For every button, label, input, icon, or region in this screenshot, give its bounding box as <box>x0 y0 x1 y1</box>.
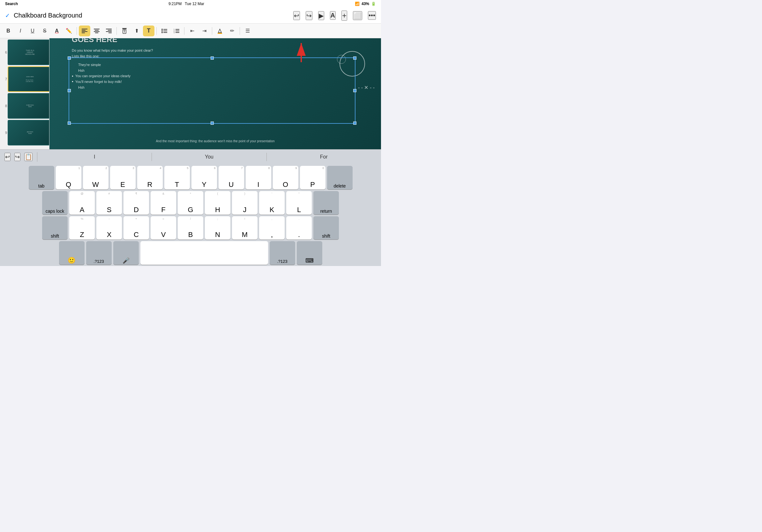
handle-ml[interactable] <box>68 89 71 92</box>
slide-8-thumb[interactable]: SOMETHINGHERE <box>8 93 49 119</box>
key-row-1: tab 1 Q 2 W 3 E 4 R 5 T 6 Y 7 U <box>1 166 380 189</box>
handle-tr[interactable] <box>353 56 356 60</box>
key-s[interactable]: # S <box>96 191 122 215</box>
slide-8-container: 8 SOMETHINGHERE <box>8 93 48 119</box>
redo-button[interactable]: ↪ <box>306 11 312 20</box>
align-right-button[interactable] <box>103 26 114 36</box>
add-button[interactable]: + <box>342 11 347 21</box>
align-left-button[interactable] <box>79 26 90 36</box>
more-button[interactable]: ••• <box>368 11 376 20</box>
key-row-3: shift % Z - X + C = V / B ; N ! M <box>1 216 380 240</box>
key-t[interactable]: 5 T <box>164 166 190 189</box>
microphone-key[interactable]: 🎤 <box>113 241 139 265</box>
fill-color-button[interactable] <box>214 26 226 36</box>
predict-word-you[interactable]: You <box>152 153 267 161</box>
text-box-button[interactable]: T <box>143 26 154 36</box>
key-l[interactable]: " L <box>286 191 312 215</box>
more-format-button[interactable]: ☰ <box>242 26 253 36</box>
text-color-button[interactable]: A <box>51 26 62 36</box>
svg-rect-0 <box>82 29 87 29</box>
status-bar-time: 9:21PM Tue 12 Mar <box>169 2 204 6</box>
key-p[interactable]: 0 P <box>300 166 326 189</box>
key-q[interactable]: 1 Q <box>56 166 81 189</box>
share-button[interactable]: ⬜ <box>353 11 362 20</box>
handle-bm[interactable] <box>211 121 214 125</box>
bold-button[interactable]: B <box>3 26 14 36</box>
slide-8-number: 8 <box>2 104 7 108</box>
align-center-button[interactable] <box>91 26 103 36</box>
numbered-list-button[interactable]: 1.2.3. <box>171 26 182 36</box>
key-v[interactable]: = V <box>151 216 176 240</box>
decrease-indent-button[interactable]: ⇤ <box>187 26 198 36</box>
align-top-button[interactable] <box>119 26 130 36</box>
caps-lock-key[interactable]: caps lock <box>42 191 68 215</box>
handle-br[interactable] <box>353 121 356 125</box>
battery-icon: 🔋 <box>371 2 376 6</box>
svg-text:3.: 3. <box>174 32 175 33</box>
slide-9-thumb[interactable]: ANOTHERSLIDE <box>8 120 49 146</box>
num-sym-right-key[interactable]: .?123 <box>269 241 295 265</box>
slide-6-number: 6 <box>2 50 7 54</box>
border-style-button[interactable]: ✏ <box>226 26 238 36</box>
key-j[interactable]: ) J <box>232 191 258 215</box>
key-z[interactable]: % Z <box>69 216 95 240</box>
svg-rect-8 <box>106 29 112 29</box>
play-button[interactable]: ▶ <box>318 11 324 20</box>
handle-tl[interactable] <box>68 56 71 60</box>
slide-6-thumb[interactable]: THIS IS AGREATHEADLINE <box>8 39 49 65</box>
predict-word-for[interactable]: For <box>267 153 381 161</box>
svg-rect-4 <box>94 29 100 29</box>
highlight-button[interactable]: ✏️ <box>63 26 75 36</box>
slide-canvas[interactable]: GOES HERE Do you know what helps you mak… <box>49 38 381 149</box>
predictive-undo-redo: ↩ ↪ 📋 <box>0 153 37 161</box>
svg-rect-12 <box>122 28 127 29</box>
num-sym-left-key[interactable]: .?123 <box>86 241 112 265</box>
key-x[interactable]: - X <box>96 216 122 240</box>
shift-left-key[interactable]: shift <box>42 216 68 240</box>
key-b[interactable]: / B <box>178 216 203 240</box>
key-y[interactable]: 6 Y <box>191 166 217 189</box>
undo-button[interactable]: ↩ <box>293 11 300 20</box>
key-r[interactable]: 4 R <box>137 166 163 189</box>
key-c[interactable]: + C <box>123 216 149 240</box>
return-key[interactable]: return <box>313 191 339 215</box>
shift-right-key[interactable]: shift <box>313 216 339 240</box>
keyboard-redo-button[interactable]: ↪ <box>14 153 21 161</box>
predict-word-i[interactable]: I <box>37 153 152 161</box>
key-g[interactable]: * G <box>178 191 203 215</box>
key-i[interactable]: 8 I <box>246 166 271 189</box>
key-comma[interactable]: , , <box>259 216 285 240</box>
handle-mr[interactable] <box>353 89 356 92</box>
key-o[interactable]: 9 O <box>273 166 298 189</box>
key-period[interactable]: . . <box>286 216 312 240</box>
delete-key[interactable]: delete <box>327 166 352 189</box>
key-e[interactable]: 3 E <box>110 166 136 189</box>
space-key[interactable] <box>140 241 268 265</box>
underline-button[interactable]: U <box>27 26 38 36</box>
key-f[interactable]: & F <box>151 191 176 215</box>
emoji-key[interactable]: 🙂 <box>59 241 85 265</box>
strikethrough-button[interactable]: S <box>39 26 50 36</box>
clipboard-button[interactable]: 📋 <box>24 153 33 161</box>
tab-key[interactable]: tab <box>29 166 54 189</box>
key-w[interactable]: 2 W <box>83 166 109 189</box>
text-format-button[interactable]: A <box>330 11 336 20</box>
bullet-list-button[interactable] <box>159 26 170 36</box>
keyboard-undo-button[interactable]: ↩ <box>4 153 11 161</box>
slide-7-thumb[interactable]: GOES HEREDo you know...Lists like this..… <box>8 66 49 92</box>
checkmark-icon[interactable]: ✓ <box>5 12 10 19</box>
increase-indent-button[interactable]: ⇥ <box>198 26 210 36</box>
keyboard-key[interactable]: ⌨ <box>297 241 322 265</box>
align-middle-button[interactable]: ⬆ <box>131 26 142 36</box>
key-n[interactable]: ; N <box>205 216 230 240</box>
key-u[interactable]: 7 U <box>219 166 244 189</box>
key-d[interactable]: ₹ D <box>123 191 149 215</box>
slide-panel: 6 THIS IS AGREATHEADLINE 7 GOES HEREDo y… <box>0 38 49 149</box>
key-k[interactable]: ' K <box>259 191 285 215</box>
handle-bl[interactable] <box>68 121 71 125</box>
predictive-bar: ↩ ↪ 📋 I You For <box>0 149 381 164</box>
italic-button[interactable]: I <box>15 26 26 36</box>
key-h[interactable]: ( H <box>205 191 230 215</box>
key-a[interactable]: @ A <box>69 191 95 215</box>
key-m[interactable]: ! M <box>232 216 258 240</box>
